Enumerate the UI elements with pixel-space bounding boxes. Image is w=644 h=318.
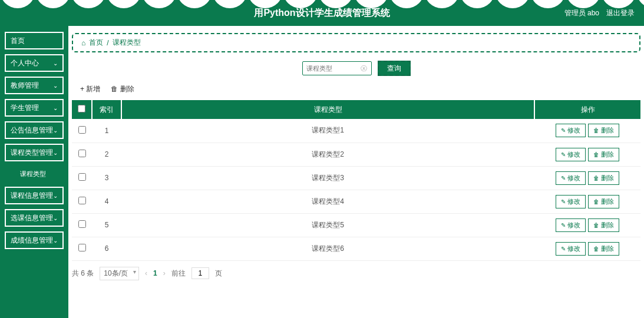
header-ops: 操作 <box>534 100 640 119</box>
goto-page-input[interactable] <box>191 267 209 279</box>
delete-button-label: 删除 <box>601 174 614 183</box>
delete-button-label: 删除 <box>601 197 614 206</box>
table-row: 2课程类型2✎修改🗑删除 <box>72 143 640 166</box>
table-row: 5课程类型5✎修改🗑删除 <box>72 213 640 237</box>
trash-icon: 🗑 <box>593 198 599 205</box>
row-name: 课程类型3 <box>121 166 534 190</box>
sidebar-item-label: 个人中心 <box>11 58 39 68</box>
breadcrumb-home[interactable]: 首页 <box>89 38 103 48</box>
select-all-checkbox[interactable] <box>78 105 85 112</box>
delete-button[interactable]: 🗑删除 <box>588 171 619 185</box>
edit-button[interactable]: ✎修改 <box>556 242 586 256</box>
edit-button[interactable]: ✎修改 <box>556 124 586 137</box>
delete-button[interactable]: 🗑删除 <box>588 148 619 161</box>
plus-icon: + <box>80 85 84 93</box>
row-name: 课程类型5 <box>121 213 534 237</box>
row-checkbox[interactable] <box>78 197 86 204</box>
sidebar-item-5[interactable]: 课程类型管理⌄ <box>5 144 64 161</box>
header-checkbox-col <box>72 100 92 119</box>
trash-icon: 🗑 <box>593 222 599 228</box>
edit-icon: ✎ <box>561 222 566 228</box>
sidebar-item-7[interactable]: 选课信息管理⌄ <box>5 209 64 227</box>
sidebar-item-label: 课程类型管理 <box>11 148 53 158</box>
add-button[interactable]: + 新增 <box>80 84 100 94</box>
total-count: 共 6 条 <box>72 269 94 279</box>
row-ops: ✎修改🗑删除 <box>534 143 640 166</box>
delete-button[interactable]: 🗑删除 <box>588 218 619 232</box>
table-row: 6课程类型6✎修改🗑删除 <box>72 237 640 260</box>
delete-button-label: 删除 <box>601 150 614 159</box>
delete-button[interactable]: 🗑删除 <box>588 124 619 137</box>
sidebar-item-label: 学生管理 <box>11 103 39 113</box>
row-index: 2 <box>92 143 121 166</box>
edit-icon: ✎ <box>561 246 566 252</box>
breadcrumb-separator: / <box>107 39 108 47</box>
sidebar-item-label: 教师管理 <box>11 81 39 91</box>
chevron-down-icon: ⌄ <box>53 60 58 67</box>
edit-button[interactable]: ✎修改 <box>556 218 586 232</box>
row-name: 课程类型4 <box>121 190 534 213</box>
row-ops: ✎修改🗑删除 <box>534 190 640 213</box>
edit-icon: ✎ <box>561 175 566 181</box>
pagination: 共 6 条 10条/页 ‹ 1 › 前往 页 <box>72 267 640 280</box>
delete-button[interactable]: 🗑删除 <box>588 242 619 256</box>
sidebar-item-2[interactable]: 教师管理⌄ <box>5 77 64 94</box>
trash-icon: 🗑 <box>111 85 118 93</box>
edit-button[interactable]: ✎修改 <box>556 148 586 161</box>
search-button[interactable]: 查询 <box>378 61 411 76</box>
edit-button[interactable]: ✎修改 <box>556 195 586 208</box>
edit-button-label: 修改 <box>567 126 580 135</box>
admin-name-label[interactable]: 管理员 abo <box>564 8 599 18</box>
breadcrumb: ⌂ 首页 / 课程类型 <box>72 33 640 52</box>
row-index: 5 <box>92 213 121 237</box>
logout-link[interactable]: 退出登录 <box>606 8 635 18</box>
chevron-down-icon: ⌄ <box>53 215 58 221</box>
edit-button-label: 修改 <box>567 174 580 183</box>
clear-icon[interactable]: ⓧ <box>361 64 369 72</box>
sidebar: 首页个人中心⌄教师管理⌄学生管理⌄公告信息管理⌄课程类型管理⌄课程类型课程信息管… <box>0 26 68 318</box>
header-name: 课程类型 <box>121 100 534 119</box>
sidebar-item-4[interactable]: 公告信息管理⌄ <box>5 121 64 139</box>
edit-icon: ✎ <box>561 127 566 134</box>
chevron-down-icon: ⌄ <box>53 127 58 134</box>
row-ops: ✎修改🗑删除 <box>534 213 640 237</box>
page-size-select[interactable]: 10条/页 <box>100 267 139 280</box>
sidebar-item-6[interactable]: 课程信息管理⌄ <box>5 187 64 204</box>
row-checkbox[interactable] <box>78 126 86 134</box>
next-page-button[interactable]: › <box>163 269 166 277</box>
row-ops: ✎修改🗑删除 <box>534 119 640 143</box>
edit-button[interactable]: ✎修改 <box>556 171 586 185</box>
row-checkbox[interactable] <box>78 244 86 251</box>
row-checkbox[interactable] <box>78 150 86 157</box>
prev-page-button[interactable]: ‹ <box>145 269 147 277</box>
chevron-down-icon: ⌄ <box>53 193 58 199</box>
edit-icon: ✎ <box>561 198 566 205</box>
table-row: 3课程类型3✎修改🗑删除 <box>72 166 640 190</box>
sidebar-item-label: 公告信息管理 <box>11 125 53 135</box>
sidebar-item-label: 选课信息管理 <box>11 213 53 223</box>
sidebar-item-label: 成绩信息管理 <box>11 236 53 246</box>
bulk-delete-button[interactable]: 🗑 删除 <box>111 84 134 94</box>
edit-button-label: 修改 <box>567 150 580 159</box>
sidebar-item-8[interactable]: 成绩信息管理⌄ <box>5 231 64 249</box>
sidebar-item-0[interactable]: 首页 <box>5 32 64 49</box>
trash-icon: 🗑 <box>593 151 599 158</box>
sidebar-item-3[interactable]: 学生管理⌄ <box>5 99 64 117</box>
row-checkbox[interactable] <box>78 220 86 228</box>
chevron-down-icon: ⌄ <box>53 82 58 89</box>
delete-button-label: 删除 <box>601 244 614 253</box>
sidebar-subitem-5-0[interactable]: 课程类型 <box>5 166 64 182</box>
delete-button[interactable]: 🗑删除 <box>588 195 619 208</box>
breadcrumb-current: 课程类型 <box>113 38 141 48</box>
trash-icon: 🗑 <box>593 127 599 134</box>
row-checkbox[interactable] <box>78 173 86 181</box>
current-page[interactable]: 1 <box>153 269 157 277</box>
row-index: 4 <box>92 190 121 213</box>
bulk-delete-label: 删除 <box>120 85 134 93</box>
header-index: 索引 <box>92 100 121 119</box>
sidebar-item-1[interactable]: 个人中心⌄ <box>5 54 64 72</box>
row-name: 课程类型6 <box>121 237 534 260</box>
data-table: 索引 课程类型 操作 1课程类型1✎修改🗑删除2课程类型2✎修改🗑删除3课程类型… <box>72 100 640 261</box>
row-ops: ✎修改🗑删除 <box>534 237 640 260</box>
edit-icon: ✎ <box>561 151 566 158</box>
